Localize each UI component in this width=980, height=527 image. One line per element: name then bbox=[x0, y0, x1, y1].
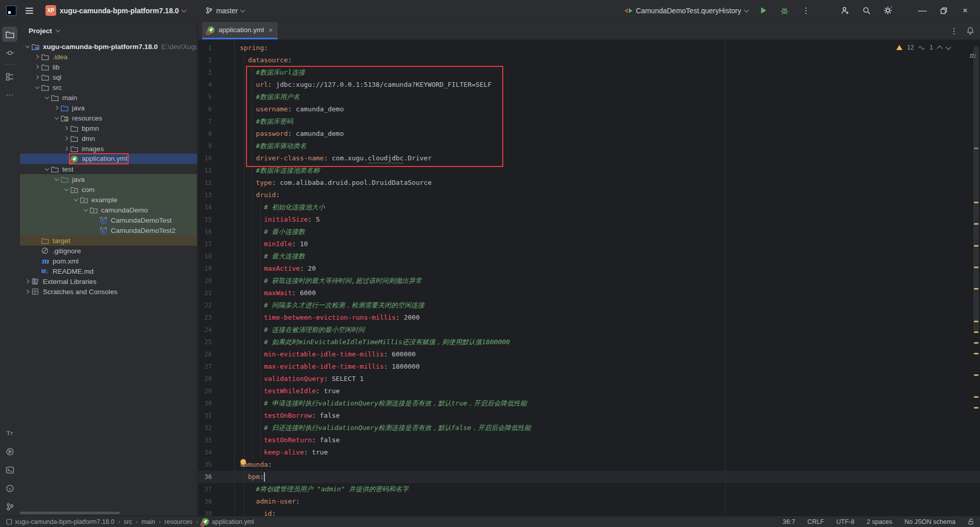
project-folder-icon[interactable] bbox=[2, 27, 17, 42]
code-line-22[interactable]: # 间隔多久才进行一次检测，检测需要关闭的空闲连接 bbox=[240, 299, 531, 312]
warning-stripe-mark[interactable] bbox=[974, 267, 978, 268]
line-separator[interactable]: CRLF bbox=[807, 518, 824, 525]
chevron-open-icon[interactable] bbox=[52, 178, 61, 180]
run-configuration-selector[interactable]: CamundaDemoTest.queryHistory bbox=[624, 7, 748, 15]
warning-stripe-mark[interactable] bbox=[974, 245, 978, 247]
tree-item-test[interactable]: test bbox=[20, 164, 197, 174]
chevron-open-icon[interactable] bbox=[62, 188, 70, 190]
horizontal-scrollbar[interactable] bbox=[20, 512, 120, 514]
project-widget[interactable]: XP xugu-camunda-bpm-platform7.18.0 bbox=[42, 4, 189, 17]
breadcrumb-application.yml[interactable]: application.yml bbox=[202, 518, 254, 525]
tree-item-camundademotest2[interactable]: CCamundaDemoTest2 bbox=[20, 225, 197, 235]
commit-icon[interactable] bbox=[2, 45, 17, 60]
search-icon[interactable] bbox=[860, 4, 873, 17]
typo-stripe-mark[interactable] bbox=[974, 148, 978, 149]
indent-style[interactable]: 2 spaces bbox=[867, 518, 892, 525]
chevron-closed-icon[interactable] bbox=[33, 76, 41, 79]
version-control-icon[interactable] bbox=[2, 499, 17, 514]
chevron-closed-icon[interactable] bbox=[23, 290, 32, 293]
warning-stripe-mark[interactable] bbox=[974, 202, 978, 203]
problems-icon[interactable] bbox=[2, 481, 17, 496]
chevron-down-icon[interactable] bbox=[55, 28, 60, 33]
code-line-33[interactable]: testOnReturn: false bbox=[240, 434, 531, 446]
warning-stripe-mark[interactable] bbox=[974, 374, 978, 376]
warning-stripe-mark[interactable] bbox=[974, 353, 978, 354]
chevron-open-icon[interactable] bbox=[81, 209, 90, 211]
tree-item-main[interactable]: main bbox=[20, 92, 197, 103]
code-line-15[interactable]: initialSize: 5 bbox=[240, 213, 531, 226]
chevron-closed-icon[interactable] bbox=[62, 127, 70, 130]
breadcrumb-xugu-camunda-bpm-platform7.18.0[interactable]: xugu-camunda-bpm-platform7.18.0 bbox=[6, 518, 114, 525]
tree-item-src[interactable]: src bbox=[20, 82, 197, 92]
chevron-open-icon[interactable] bbox=[71, 199, 80, 201]
code-line-23[interactable]: time-between-eviction-runs-millis: 2000 bbox=[240, 312, 531, 324]
tree-item-pom.xml[interactable]: mpom.xml bbox=[20, 256, 197, 266]
git-branch-widget[interactable]: master bbox=[205, 7, 244, 15]
code-line-26[interactable]: min-evictable-idle-time-millis: 600000 bbox=[240, 348, 531, 361]
structure-icon[interactable] bbox=[2, 69, 17, 84]
chevron-closed-icon[interactable] bbox=[33, 65, 41, 68]
tree-item-target[interactable]: target bbox=[20, 235, 197, 246]
tree-item-scratches-and-consoles[interactable]: Scratches and Consoles bbox=[20, 286, 197, 297]
debug-button[interactable] bbox=[778, 4, 791, 17]
code-line-27[interactable]: max-evictable-idle-time-millis: 1800000 bbox=[240, 361, 531, 373]
tab-close-icon[interactable]: × bbox=[268, 26, 273, 34]
next-problem-icon[interactable] bbox=[945, 44, 951, 50]
notifications-bell-icon[interactable] bbox=[964, 24, 977, 37]
tree-item-resources[interactable]: resources bbox=[20, 113, 197, 123]
more-actions-icon[interactable]: ⋮ bbox=[799, 4, 813, 17]
tree-item-readme.md[interactable]: M↓README.md bbox=[20, 266, 197, 276]
main-menu-icon[interactable] bbox=[23, 6, 35, 16]
code-line-30[interactable]: # 申请连接时执行validationQuery检测连接是否有效，默认true，… bbox=[240, 397, 531, 410]
tree-item-images[interactable]: images bbox=[20, 143, 197, 154]
code-line-36[interactable]: bpm: bbox=[240, 471, 531, 483]
more-icon[interactable]: ⋯ bbox=[2, 87, 17, 103]
run-button[interactable] bbox=[756, 4, 770, 17]
json-schema[interactable]: No JSON schema bbox=[904, 518, 955, 525]
chevron-open-icon[interactable] bbox=[52, 117, 61, 119]
code-line-14[interactable]: # 初始化连接池大小 bbox=[240, 201, 531, 213]
tree-item-camundademo[interactable]: camundaDemo bbox=[20, 205, 197, 215]
close-icon[interactable]: × bbox=[959, 4, 972, 17]
previous-problem-icon[interactable] bbox=[937, 45, 942, 51]
intention-bulb-icon[interactable] bbox=[239, 459, 247, 467]
warning-stripe-mark[interactable] bbox=[974, 288, 978, 290]
translation-icon[interactable]: Тт bbox=[2, 425, 17, 441]
code-line-18[interactable]: # 最大连接数 bbox=[240, 250, 531, 262]
breadcrumb-main[interactable]: main bbox=[141, 518, 155, 525]
tree-item-external-libraries[interactable]: External Libraries bbox=[20, 276, 197, 286]
warning-stripe-mark[interactable] bbox=[974, 396, 978, 398]
code-line-20[interactable]: # 获取连接时的最大等待时间,超过该时间则抛出异常 bbox=[240, 275, 531, 287]
tree-item-com[interactable]: com bbox=[20, 184, 197, 195]
tree-item-java[interactable]: java bbox=[20, 174, 197, 184]
chevron-closed-icon[interactable] bbox=[33, 55, 41, 58]
caret-position[interactable]: 36:7 bbox=[783, 518, 795, 525]
tree-item-lib[interactable]: lib bbox=[20, 62, 197, 72]
chevron-closed-icon[interactable] bbox=[62, 137, 70, 140]
code-line-34[interactable]: keep-alive: true bbox=[240, 446, 531, 459]
inspections-widget[interactable]: 12 1 bbox=[896, 44, 950, 51]
code-line-28[interactable]: validationQuery: SELECT 1 bbox=[240, 373, 531, 385]
file-encoding[interactable]: UTF-8 bbox=[837, 518, 854, 525]
tree-item-dmn[interactable]: dmn bbox=[20, 133, 197, 143]
tree-item-.idea[interactable]: .idea bbox=[20, 52, 197, 62]
code-line-12[interactable]: type: com.alibaba.druid.pool.DruidDataSo… bbox=[240, 177, 531, 189]
chevron-closed-icon[interactable] bbox=[62, 147, 70, 150]
chevron-closed-icon[interactable] bbox=[23, 280, 32, 283]
chevron-open-icon[interactable] bbox=[42, 168, 51, 170]
tree-item-application.yml[interactable]: application.yml bbox=[20, 154, 197, 164]
code-line-25[interactable]: # 如果此时minEvictableIdleTimeMillis还没有赋值，则使… bbox=[240, 336, 531, 348]
warning-stripe-mark[interactable] bbox=[974, 342, 978, 344]
code-line-32[interactable]: # 归还连接时执行validationQuery检测连接是否有效，默认false… bbox=[240, 422, 531, 434]
breadcrumb-resources[interactable]: resources bbox=[164, 518, 192, 525]
terminal-icon[interactable] bbox=[2, 462, 17, 477]
unlock-icon[interactable] bbox=[968, 518, 974, 525]
chevron-closed-icon[interactable] bbox=[52, 106, 61, 109]
code-line-38[interactable]: admin-user: bbox=[240, 495, 531, 508]
code-line-37[interactable]: #将创建管理员用户 "admin" 并提供的密码和名字 bbox=[240, 483, 531, 495]
tab-application-yml[interactable]: application.yml × bbox=[202, 22, 278, 39]
chevron-open-icon[interactable] bbox=[42, 97, 51, 99]
restore-icon[interactable] bbox=[937, 4, 950, 17]
settings-icon[interactable] bbox=[881, 4, 894, 17]
tree-item-.gitignore[interactable]: .gitignore bbox=[20, 246, 197, 256]
